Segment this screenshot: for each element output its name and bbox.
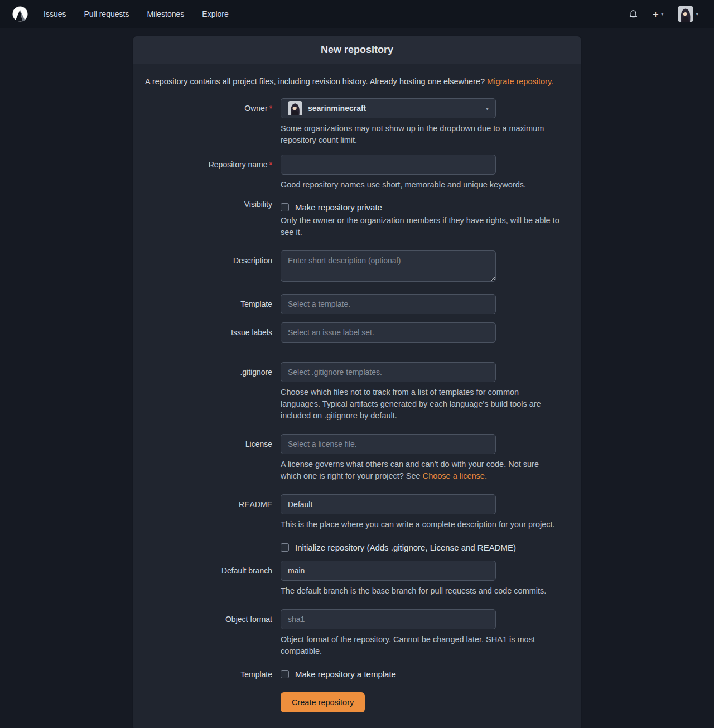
gitignore-help-text: Choose which files not to track from a l… <box>281 387 560 422</box>
readme-selected-value: Default <box>288 500 312 509</box>
gitignore-row: .gitignore Select .gitignore templates. … <box>145 362 569 422</box>
template-checkbox-line[interactable]: Make repository a template <box>281 669 569 679</box>
chevron-down-icon: ▾ <box>696 11 698 17</box>
owner-help-text: Some organizations may not show up in th… <box>281 123 560 146</box>
license-label: License <box>145 434 281 449</box>
description-textarea[interactable] <box>281 250 496 282</box>
initialize-checkbox-label: Initialize repository (Adds .gitignore, … <box>295 543 516 552</box>
object-format-value: sha1 <box>288 615 305 624</box>
template-checkbox[interactable] <box>281 670 289 678</box>
required-asterisk: * <box>269 160 272 169</box>
initialize-row: Initialize repository (Adds .gitignore, … <box>145 543 569 552</box>
readme-help-text: This is the place where you can write a … <box>281 519 560 531</box>
bell-icon <box>629 9 638 19</box>
description-label: Description <box>145 250 281 265</box>
private-checkbox-line[interactable]: Make repository private <box>281 199 569 212</box>
owner-row: Owner* searin <box>145 98 569 146</box>
issue-labels-placeholder: Select an issue label set. <box>288 328 374 337</box>
template-select-label: Template <box>145 294 281 308</box>
template-checkbox-row-label: Template <box>145 669 281 679</box>
template-select-placeholder: Select a template. <box>288 300 350 308</box>
nav-item-explore[interactable]: Explore <box>195 5 235 23</box>
nav-links: Issues Pull requests Milestones Explore <box>37 5 235 23</box>
issue-labels-row: Issue labels Select an issue label set. <box>145 322 569 343</box>
page-title: New repository <box>133 36 581 64</box>
default-branch-help-text: The default branch is the base branch fo… <box>281 585 560 597</box>
readme-label: README <box>145 494 281 509</box>
nav-item-milestones[interactable]: Milestones <box>140 5 191 23</box>
user-menu[interactable]: ▾ <box>673 3 703 25</box>
readme-select[interactable]: Default <box>281 494 496 514</box>
owner-select[interactable]: searinminecraft ▾ <box>281 98 496 118</box>
section-divider <box>145 351 569 351</box>
nav-item-pull-requests[interactable]: Pull requests <box>77 5 136 23</box>
notifications-button[interactable] <box>624 6 643 22</box>
submit-row: Create repository <box>145 692 569 712</box>
repo-name-label: Repository name* <box>145 155 281 169</box>
visibility-label: Visibility <box>145 199 281 209</box>
create-repository-button[interactable]: Create repository <box>281 692 365 712</box>
intro-static-text: A repository contains all project files,… <box>145 77 485 86</box>
initialize-empty-label <box>145 543 281 548</box>
repo-name-input[interactable] <box>281 155 496 175</box>
license-select[interactable]: Select a license file. <box>281 434 496 454</box>
readme-row: README Default This is the place where y… <box>145 494 569 531</box>
owner-avatar <box>288 101 302 115</box>
choose-a-license-link[interactable]: Choose a license. <box>423 471 487 480</box>
gitignore-select[interactable]: Select .gitignore templates. <box>281 362 496 382</box>
issue-labels-select[interactable]: Select an issue label set. <box>281 322 496 343</box>
object-format-help-text: Object format of the repository. Cannot … <box>281 634 560 657</box>
gitignore-label: .gitignore <box>145 362 281 377</box>
submit-empty-label <box>145 692 281 698</box>
license-row: License Select a license file. A license… <box>145 434 569 482</box>
new-repository-panel: New repository A repository contains all… <box>133 36 581 728</box>
top-navbar: Issues Pull requests Milestones Explore … <box>0 0 714 28</box>
object-format-label: Object format <box>145 609 281 624</box>
private-checkbox-label: Make repository private <box>295 203 382 212</box>
repo-name-help-text: Good repository names use short, memorab… <box>281 179 560 191</box>
default-branch-row: Default branch The default branch is the… <box>145 561 569 597</box>
avatar <box>678 6 693 22</box>
create-new-dropdown[interactable]: + ▾ <box>648 6 668 23</box>
initialize-checkbox-line[interactable]: Initialize repository (Adds .gitignore, … <box>281 543 569 552</box>
owner-username: searinminecraft <box>308 104 366 113</box>
initialize-checkbox[interactable] <box>281 543 289 552</box>
template-checkbox-label: Make repository a template <box>295 669 396 679</box>
private-checkbox[interactable] <box>281 203 289 211</box>
chevron-down-icon: ▾ <box>661 11 664 17</box>
description-row: Description <box>145 250 569 282</box>
default-branch-input[interactable] <box>281 561 496 581</box>
license-help-static: A license governs what others can and ca… <box>281 460 539 480</box>
repo-name-row: Repository name* Good repository names u… <box>145 155 569 191</box>
plus-icon: + <box>653 9 659 20</box>
migrate-repository-link[interactable]: Migrate repository. <box>487 77 553 86</box>
issue-labels-label: Issue labels <box>145 322 281 337</box>
template-select[interactable]: Select a template. <box>281 294 496 314</box>
default-branch-label: Default branch <box>145 561 281 575</box>
required-asterisk: * <box>269 104 272 113</box>
owner-label: Owner* <box>145 98 281 113</box>
nav-right-cluster: + ▾ ▾ <box>624 3 703 25</box>
chevron-down-icon: ▾ <box>486 105 489 112</box>
site-logo-icon[interactable] <box>11 5 29 23</box>
new-repository-form: A repository contains all project files,… <box>133 64 581 728</box>
object-format-select[interactable]: sha1 <box>281 609 496 629</box>
gitignore-placeholder: Select .gitignore templates. <box>288 368 382 377</box>
template-select-row: Template Select a template. <box>145 294 569 314</box>
visibility-help-text: Only the owner or the organization membe… <box>281 215 560 238</box>
template-checkbox-row: Template Make repository a template <box>145 669 569 679</box>
license-placeholder: Select a license file. <box>288 440 357 449</box>
object-format-row: Object format sha1 Object format of the … <box>145 609 569 657</box>
intro-text: A repository contains all project files,… <box>145 77 569 86</box>
visibility-row: Visibility Make repository private Only … <box>145 199 569 238</box>
nav-item-issues[interactable]: Issues <box>37 5 73 23</box>
license-help-text: A license governs what others can and ca… <box>281 459 560 482</box>
